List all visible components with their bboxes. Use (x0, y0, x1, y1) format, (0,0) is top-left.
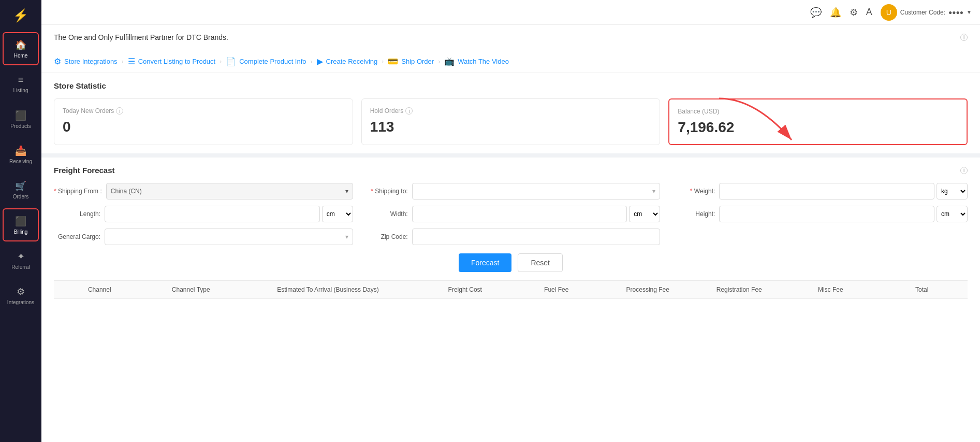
step-create-receiving[interactable]: ▶ Create Receiving (317, 56, 378, 66)
col-total: Total (876, 286, 968, 293)
col-registration-fee: Registration Fee (694, 286, 785, 293)
sidebar-item-products[interactable]: ⬛ Products (3, 103, 39, 136)
convert-listing-icon: ☰ (128, 56, 135, 66)
step-store-integrations[interactable]: ⚙ Store Integrations (54, 56, 118, 66)
customer-code-value: ●●●● (948, 9, 963, 16)
col-freight-cost: Freight Cost (419, 286, 511, 293)
sidebar-logo: ⚡ (9, 4, 32, 27)
content-area: The One and Only Fulfillment Partner for… (41, 25, 980, 442)
step-label: Watch The Video (458, 58, 509, 65)
balance-label: Balance (USD) (678, 108, 958, 115)
step-label: Ship Order (401, 58, 434, 65)
general-cargo-select[interactable]: ▾ (105, 229, 353, 245)
sidebar-item-receiving[interactable]: 📥 Receiving (3, 138, 39, 171)
sidebar-item-integrations[interactable]: ⚙ Integrations (3, 279, 39, 312)
step-convert-listing[interactable]: ☰ Convert Listing to Product (128, 56, 216, 66)
hold-orders-label: Hold Orders i (370, 107, 652, 115)
weight-label: * Weight: (668, 188, 715, 195)
topbar: 💬 🔔 ⚙ A U Customer Code: ●●●● ▼ (41, 0, 980, 25)
referral-icon: ✦ (17, 251, 25, 262)
step-arrow-1: › (122, 58, 124, 65)
user-menu[interactable]: U Customer Code: ●●●● ▼ (881, 4, 972, 21)
hold-orders-info[interactable]: i (405, 107, 413, 115)
stats-grid: Today New Orders i 0 Hold Orders i 113 B… (54, 98, 968, 145)
forecast-button[interactable]: Forecast (459, 253, 511, 272)
shipping-from-select[interactable]: China (CN) ▾ (106, 183, 353, 199)
width-unit-select[interactable]: cm (629, 206, 660, 222)
length-label: Length: (54, 210, 100, 218)
sidebar: ⚡ 🏠 Home ≡ Listing ⬛ Products 📥 Receivin… (0, 0, 41, 442)
hold-orders-value: 113 (370, 119, 652, 135)
home-icon: 🏠 (15, 39, 26, 51)
store-statistic-section: Store Statistic Today New Orders i (41, 73, 980, 153)
weight-unit-select[interactable]: kg (937, 183, 968, 199)
zip-code-input[interactable] (412, 229, 661, 245)
width-input[interactable] (412, 206, 627, 222)
step-arrow-3: › (311, 58, 313, 65)
chat-icon[interactable]: 💬 (810, 7, 822, 18)
placeholder-cell (668, 229, 968, 245)
bell-icon[interactable]: 🔔 (830, 7, 841, 18)
sidebar-item-label: Billing (14, 229, 28, 235)
sidebar-item-label: Home (14, 53, 28, 59)
store-statistic-title: Store Statistic (54, 81, 968, 90)
shipping-to-select[interactable]: ▾ (412, 183, 661, 199)
chevron-down-icon: ▾ (345, 188, 348, 195)
step-ship-order[interactable]: 💳 Ship Order (388, 56, 434, 66)
height-unit-select[interactable]: cm (937, 206, 968, 222)
chevron-down-icon: ▾ (652, 188, 655, 195)
sidebar-item-label: Products (10, 123, 31, 129)
sidebar-item-home[interactable]: 🏠 Home (3, 32, 39, 65)
step-watch-video[interactable]: 📺 Watch The Video (444, 56, 509, 66)
steps-bar: ⚙ Store Integrations › ☰ Convert Listing… (41, 50, 980, 73)
products-icon: ⬛ (15, 110, 26, 121)
zip-code-label: Zip Code: (361, 233, 408, 240)
height-input[interactable] (719, 206, 934, 222)
width-group: Width: cm (361, 206, 661, 222)
step-arrow-4: › (382, 58, 384, 65)
create-receiving-icon: ▶ (317, 56, 323, 66)
sidebar-item-label: Integrations (7, 300, 34, 305)
today-orders-label: Today New Orders i (63, 107, 344, 115)
balance-value: 7,196.62 (678, 119, 958, 136)
length-input-group: cm (105, 206, 353, 222)
length-unit-select[interactable]: cm (322, 206, 353, 222)
orders-icon: 🛒 (15, 180, 26, 192)
hero-info-icon[interactable]: i (960, 34, 968, 41)
step-complete-product-info[interactable]: 📄 Complete Product Info (226, 56, 306, 66)
chevron-down-icon: ▾ (345, 233, 348, 240)
sidebar-item-billing[interactable]: ⬛ Billing (3, 208, 39, 241)
step-label: Store Integrations (64, 58, 118, 65)
height-group: Height: cm (668, 206, 968, 222)
billing-icon: ⬛ (15, 216, 26, 227)
shipping-from-value: China (CN) (111, 188, 142, 195)
weight-input-group: kg (719, 183, 968, 199)
chevron-down-icon: ▼ (967, 9, 972, 15)
hero-title: The One and Only Fulfillment Partner for… (54, 33, 228, 41)
shipping-from-group: * Shipping From : China (CN) ▾ (54, 183, 353, 199)
col-misc-fee: Misc Fee (785, 286, 876, 293)
integrations-icon: ⚙ (17, 286, 25, 297)
width-input-group: cm (412, 206, 661, 222)
shipping-to-label: * Shipping to: (361, 188, 408, 195)
hold-orders-card: Hold Orders i 113 (361, 98, 661, 145)
length-input[interactable] (105, 206, 320, 222)
today-orders-value: 0 (63, 119, 344, 135)
sidebar-item-orders[interactable]: 🛒 Orders (3, 173, 39, 206)
length-group: Length: cm (54, 206, 353, 222)
settings-icon[interactable]: ⚙ (850, 7, 858, 18)
translate-icon[interactable]: A (866, 7, 872, 18)
zip-code-group: Zip Code: (361, 229, 661, 245)
complete-product-icon: 📄 (226, 56, 236, 66)
sidebar-item-referral[interactable]: ✦ Referral (3, 244, 39, 277)
freight-info-icon[interactable]: i (960, 167, 968, 174)
today-orders-info[interactable]: i (116, 107, 123, 115)
weight-input[interactable] (719, 183, 934, 199)
forecast-buttons: Forecast Reset (54, 253, 968, 272)
reset-button[interactable]: Reset (518, 253, 563, 272)
step-label: Complete Product Info (239, 58, 306, 65)
today-new-orders-card: Today New Orders i 0 (54, 98, 353, 145)
step-arrow-5: › (438, 58, 440, 65)
hero-banner: The One and Only Fulfillment Partner for… (41, 25, 980, 50)
sidebar-item-listing[interactable]: ≡ Listing (3, 67, 39, 101)
